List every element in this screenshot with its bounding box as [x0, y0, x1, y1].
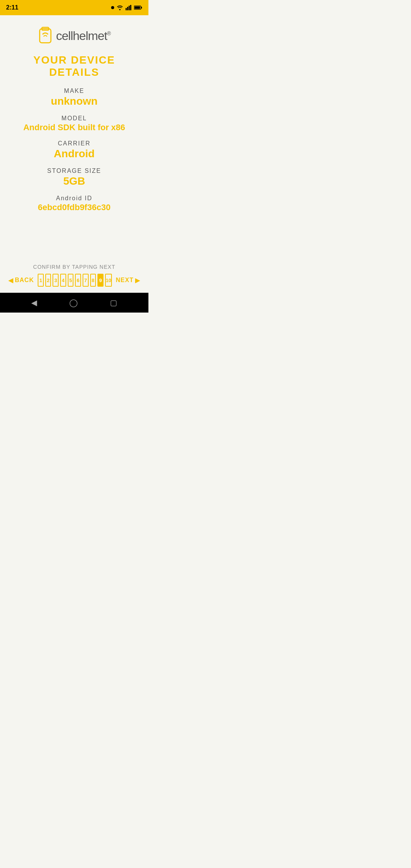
- logo-container: cellhelmet®: [38, 27, 110, 45]
- android-id-label: Android ID: [8, 195, 141, 202]
- back-chevron-icon: ◀: [8, 277, 13, 284]
- svg-rect-1: [126, 8, 127, 10]
- confirm-text: CONFIRM BY TAPPING NEXT: [33, 264, 115, 270]
- carrier-section: CARRIER Android: [8, 140, 141, 164]
- carrier-label: CARRIER: [8, 140, 141, 147]
- storage-value: 5GB: [8, 175, 141, 187]
- home-nav-icon[interactable]: ◯: [69, 298, 78, 307]
- svg-rect-4: [130, 5, 131, 10]
- cellhelmet-logo-icon: [38, 27, 53, 45]
- next-button[interactable]: NEXT ▶: [113, 277, 142, 284]
- carrier-value: Android: [8, 148, 141, 160]
- page-4-button[interactable]: 4: [60, 274, 66, 287]
- storage-label: STORAGE SIZE: [8, 168, 141, 174]
- make-label: MAKE: [8, 88, 141, 94]
- make-value: unknown: [8, 95, 141, 107]
- notification-icon: [111, 6, 114, 9]
- logo-text: cellhelmet®: [56, 29, 110, 43]
- page-5-button[interactable]: 5: [68, 274, 74, 287]
- page-2-button[interactable]: 2: [45, 274, 51, 287]
- svg-rect-3: [129, 6, 130, 10]
- main-content: cellhelmet® YOUR DEVICE DETAILS MAKE unk…: [0, 15, 148, 259]
- storage-section: STORAGE SIZE 5GB: [8, 168, 141, 191]
- next-label: NEXT: [116, 277, 134, 284]
- next-chevron-icon: ▶: [135, 277, 140, 284]
- status-time: 2:11: [6, 4, 18, 11]
- pagination: ◀ BACK 1 2 3 4 5 6 7 8 9 10 NEXT ▶: [6, 274, 142, 287]
- page-7-button[interactable]: 7: [83, 274, 89, 287]
- make-section: MAKE unknown: [8, 88, 141, 111]
- status-bar: 2:11: [0, 0, 148, 15]
- svg-point-0: [111, 6, 114, 9]
- page-title: YOUR DEVICE DETAILS: [8, 54, 141, 78]
- page-9-button[interactable]: 9: [97, 274, 104, 287]
- back-label: BACK: [15, 277, 34, 284]
- page-6-button[interactable]: 6: [75, 274, 81, 287]
- model-value: Android SDK built for x86: [8, 123, 141, 132]
- page-3-button[interactable]: 3: [53, 274, 59, 287]
- wifi-icon: [116, 5, 123, 10]
- android-id-value: 6ebcd0fdb9f36c30: [8, 203, 141, 212]
- android-id-section: Android ID 6ebcd0fdb9f36c30: [8, 195, 141, 216]
- svg-rect-2: [127, 7, 128, 10]
- back-nav-icon[interactable]: ◀: [31, 298, 37, 307]
- model-label: MODEL: [8, 115, 141, 122]
- android-nav-bar: ◀ ◯ ▢: [0, 293, 148, 313]
- battery-icon: [134, 5, 142, 10]
- page-8-button[interactable]: 8: [90, 274, 96, 287]
- svg-rect-7: [134, 6, 140, 9]
- model-section: MODEL Android SDK built for x86: [8, 115, 141, 136]
- page-10-button[interactable]: 10: [105, 274, 112, 287]
- status-icons: [111, 5, 142, 10]
- signal-icon: [126, 5, 132, 10]
- bottom-area: CONFIRM BY TAPPING NEXT ◀ BACK 1 2 3 4 5…: [0, 259, 148, 293]
- back-button[interactable]: ◀ BACK: [6, 277, 36, 284]
- svg-rect-6: [141, 7, 142, 9]
- recents-nav-icon[interactable]: ▢: [110, 298, 117, 307]
- page-1-button[interactable]: 1: [38, 274, 44, 287]
